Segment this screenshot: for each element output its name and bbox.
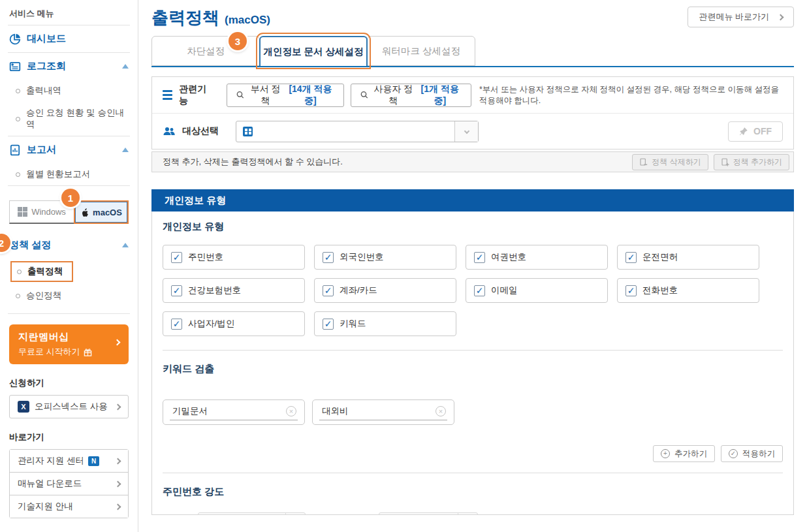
bullet-icon	[16, 294, 20, 298]
shortcut-manual-download[interactable]: 매뉴얼 다운로드	[10, 473, 128, 495]
dropdown-caret[interactable]	[458, 513, 477, 515]
checkbox-icon[interactable]: ✓	[171, 285, 182, 296]
checkbox-account-card[interactable]: ✓계좌/카드	[314, 278, 456, 303]
checkbox-label: 주민번호	[188, 251, 223, 263]
sidebar-subitem-print-history[interactable]: 출력내역	[9, 80, 129, 102]
sidebar-item-log[interactable]: 로그조회	[9, 53, 129, 80]
collapse-arrow-icon[interactable]	[122, 148, 129, 152]
checkbox-icon[interactable]: ✓	[171, 252, 182, 263]
checkbox-label: 건강보험번호	[188, 285, 241, 296]
sidebar-subitem-print-policy[interactable]: 출력정책	[9, 258, 129, 285]
clear-icon[interactable]: ×	[435, 406, 446, 416]
pin-icon	[739, 127, 748, 136]
chevron-down-icon	[464, 129, 469, 134]
keyword-item[interactable]: 대외비 ×	[312, 399, 454, 425]
search-icon	[236, 90, 244, 100]
button-label: 부서 정책	[249, 84, 281, 107]
tab-watermark-settings[interactable]: 워터마크 상세설정	[367, 36, 475, 66]
checkbox-phone[interactable]: ✓전화번호	[617, 278, 759, 303]
chevron-right-icon	[115, 480, 121, 487]
collapse-arrow-icon[interactable]	[122, 64, 129, 69]
target-select-dropdown[interactable]	[236, 121, 479, 142]
tab-privacy-document-settings[interactable]: 개인정보 문서 상세설정	[259, 36, 368, 66]
checkbox-icon[interactable]: ✓	[171, 319, 182, 330]
checkbox-icon[interactable]: ✓	[323, 252, 334, 263]
privacy-type-checkbox-grid: ✓주민번호 ✓외국인번호 ✓여권번호 ✓운전면허 ✓건강보험번호 ✓계좌/카드 …	[163, 245, 783, 336]
checkbox-keyword[interactable]: ✓키워드	[314, 311, 456, 336]
sidebar-item-policy-settings[interactable]: 2 정책 설정	[9, 232, 129, 258]
main-content: 출력정책 (macOS) 관련메뉴 바로가기 3 차단설정 개인정보 문서 상세…	[138, 0, 807, 532]
sidebar-subitem-approval-policy[interactable]: 승인정책	[9, 285, 129, 307]
keyword-input[interactable]: 대외비	[322, 405, 435, 417]
checkbox-icon[interactable]: ✓	[323, 285, 334, 296]
clear-icon[interactable]: ×	[286, 406, 296, 416]
shortcut-label: 매뉴얼 다운로드	[18, 478, 82, 490]
membership-banner[interactable]: 지란멤버십 무료로 시작하기	[9, 324, 129, 364]
bullet-icon	[16, 172, 20, 177]
tab-macos[interactable]: macOS	[75, 202, 127, 223]
sidebar-subitem-monthly-report[interactable]: 월별 현황보고서	[9, 163, 129, 185]
target-select-label: 대상선택	[182, 125, 219, 137]
user-policy-button[interactable]: 사용자 정책 [1개 적용 중]	[351, 84, 471, 107]
separator-select[interactable]: 2 단계	[379, 512, 478, 515]
checkbox-jumin[interactable]: ✓주민번호	[163, 245, 305, 270]
keyword-detection-header: 키워드 검출	[163, 363, 783, 375]
checkbox-icon[interactable]: ✓	[474, 252, 485, 263]
check-icon: ✓	[324, 253, 332, 262]
keyword-apply-button[interactable]: ✓ 적용하기	[721, 445, 783, 462]
checkbox-icon[interactable]: ✓	[474, 285, 485, 296]
sidebar-subitem-label: 출력내역	[26, 85, 61, 97]
keyword-input[interactable]: 기밀문서	[172, 405, 286, 417]
page-title-text: 출력정책	[151, 7, 219, 29]
dropdown-caret[interactable]	[285, 513, 305, 515]
checkbox-foreigner[interactable]: ✓외국인번호	[314, 245, 456, 270]
checkbox-driver-license[interactable]: ✓운전면허	[617, 245, 759, 270]
menu-icon	[163, 90, 172, 100]
check-icon: ✓	[324, 319, 332, 328]
shortcut-list: 관리자 지원 센터 N 매뉴얼 다운로드 기술지원 안내	[9, 449, 129, 518]
annotation-box-macos: macOS	[74, 200, 129, 224]
checkbox-business[interactable]: ✓사업자/법인	[163, 311, 305, 336]
checkbox-icon[interactable]: ✓	[625, 285, 637, 296]
shortcut-section-label: 바로가기	[9, 431, 129, 443]
keyword-add-button[interactable]: + 추가하기	[653, 445, 715, 462]
sidebar-item-report[interactable]: 보고서	[9, 136, 129, 163]
page-title-suffix: (macOS)	[225, 14, 270, 27]
checkbox-health-insurance[interactable]: ✓건강보험번호	[163, 278, 305, 303]
keyword-list: 기밀문서 × 대외비 ×	[163, 399, 783, 425]
shortcut-label: 관리자 지원 센터	[18, 455, 84, 467]
shortcut-admin-center[interactable]: 관리자 지원 센터 N	[10, 450, 128, 473]
sidebar-subitem-label: 승인정책	[26, 290, 61, 302]
button-label: 정책 삭제하기	[652, 157, 701, 168]
sidebar-item-dashboard[interactable]: 대시보드	[9, 25, 129, 52]
checkbox-icon[interactable]: ✓	[625, 252, 637, 263]
sidebar-subitem-approval-history[interactable]: 승인 요청 현황 및 승인내역	[9, 102, 129, 136]
checkbox-label: 키워드	[340, 318, 366, 330]
shortcut-tech-support[interactable]: 기술지원 안내	[10, 495, 128, 518]
policy-add-button[interactable]: 정책 추가하기	[714, 154, 789, 170]
dropdown-caret[interactable]	[454, 121, 478, 142]
checkbox-email[interactable]: ✓이메일	[466, 278, 608, 303]
sidebar-item-label: 정책 설정	[9, 239, 51, 251]
checkbox-label: 이메일	[491, 285, 518, 296]
bullet-icon	[16, 89, 20, 93]
target-select-row: 대상선택 OFF	[152, 113, 793, 149]
sidebar-item-label: 대시보드	[27, 33, 66, 45]
collapse-arrow-icon[interactable]	[122, 243, 129, 247]
privacy-type-subheader: 개인정보 유형	[163, 221, 783, 233]
annotation-box-print-policy: 출력정책	[10, 261, 73, 282]
strength-select[interactable]: 1 단계	[198, 512, 306, 515]
bullet-icon	[16, 117, 20, 121]
related-menu-shortcut-button[interactable]: 관련메뉴 바로가기	[688, 7, 794, 27]
log-icon	[9, 61, 21, 72]
pin-off-toggle[interactable]: OFF	[728, 121, 783, 142]
officenext-button[interactable]: X 오피스넥스트 사용	[9, 395, 129, 418]
policy-note: *부서 또는 사용자 정책으로 자체 정책이 설정된 경우, 해당 정책으로 이…	[479, 84, 783, 106]
keyword-item[interactable]: 기밀문서 ×	[163, 399, 305, 425]
related-functions-row: 관련기능 부서 정책 [14개 적용 중] 사용자 정책 [1개 적용 중] *…	[152, 77, 793, 113]
checkbox-icon[interactable]: ✓	[323, 319, 334, 330]
checkbox-passport[interactable]: ✓여권번호	[466, 245, 608, 270]
policy-delete-button[interactable]: 정책 삭제하기	[632, 154, 708, 170]
department-policy-button[interactable]: 부서 정책 [14개 적용 중]	[227, 84, 344, 107]
divider	[8, 313, 130, 314]
